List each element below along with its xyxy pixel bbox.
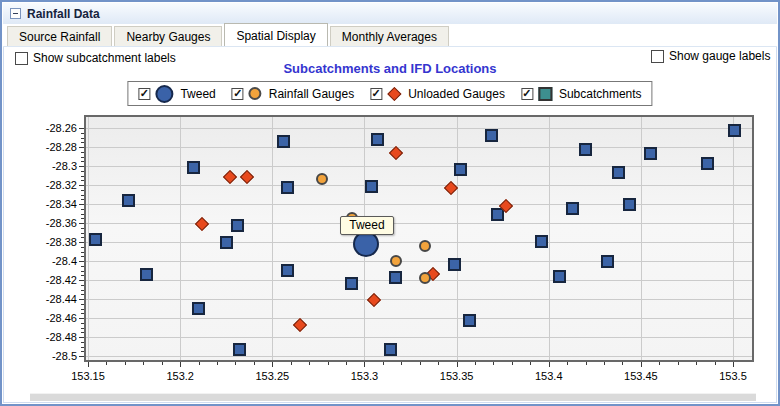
data-point-subcatchments[interactable]	[140, 268, 153, 281]
data-point-subcatchments[interactable]	[485, 129, 498, 142]
legend-checkbox-unloaded-gauges[interactable]: ✓	[370, 88, 382, 100]
tweed-tooltip: Tweed	[340, 216, 393, 235]
data-point-subcatchments[interactable]	[220, 236, 233, 249]
data-point-subcatchments[interactable]	[463, 314, 476, 327]
y-major-tick	[79, 318, 84, 319]
data-point-subcatchments[interactable]	[281, 181, 294, 194]
data-point-rainfall-gauges[interactable]	[316, 173, 328, 185]
legend-item-unloaded-gauges: ✓ Unloaded Gauges	[370, 87, 505, 101]
y-tick-label: -28.5	[17, 350, 77, 362]
y-minor-tick	[81, 313, 84, 314]
x-major-tick	[457, 362, 458, 367]
data-point-subcatchments[interactable]	[535, 235, 548, 248]
legend-item-subcatchments: ✓ Subcatchments	[521, 87, 642, 101]
rainfall-gauge-marker-icon	[249, 87, 262, 100]
legend-checkbox-rainfall-gauges[interactable]: ✓	[232, 88, 244, 100]
data-point-subcatchments[interactable]	[89, 233, 102, 246]
x-major-tick	[364, 362, 365, 367]
legend-checkbox-tweed[interactable]: ✓	[138, 88, 150, 100]
data-point-subcatchments[interactable]	[623, 198, 636, 211]
tab-monthly-averages[interactable]: Monthly Averages	[330, 26, 449, 46]
x-tick-label: 153.15	[58, 370, 118, 382]
y-tick-label: -28.38	[17, 236, 77, 248]
y-major-tick	[79, 337, 84, 338]
x-tick-label: 153.4	[519, 370, 579, 382]
data-point-subcatchments[interactable]	[233, 343, 246, 356]
data-point-subcatchments[interactable]	[187, 161, 200, 174]
data-point-subcatchments[interactable]	[566, 202, 579, 215]
y-major-tick	[79, 223, 84, 224]
data-point-subcatchments[interactable]	[601, 255, 614, 268]
x-major-tick	[733, 362, 734, 367]
data-point-subcatchments[interactable]	[644, 147, 657, 160]
x-minor-tick	[659, 362, 660, 365]
y-tick-label: -28.3	[17, 160, 77, 172]
data-point-subcatchments[interactable]	[345, 277, 358, 290]
tab-source-rainfall[interactable]: Source Rainfall	[7, 26, 112, 46]
data-point-rainfall-gauges[interactable]	[419, 240, 431, 252]
x-tick-label: 153.5	[703, 370, 763, 382]
x-minor-tick	[291, 362, 292, 365]
x-minor-tick	[678, 362, 679, 365]
x-minor-tick	[420, 362, 421, 365]
data-point-subcatchments[interactable]	[231, 219, 244, 232]
x-minor-tick	[401, 362, 402, 365]
data-point-unloaded-gauges[interactable]	[223, 170, 237, 184]
y-gridline	[86, 356, 752, 357]
data-point-subcatchments[interactable]	[701, 157, 714, 170]
tab-spatial-display[interactable]: Spatial Display	[224, 23, 327, 46]
y-minor-tick	[81, 237, 84, 238]
data-point-subcatchments[interactable]	[371, 133, 384, 146]
data-point-subcatchments[interactable]	[454, 163, 467, 176]
y-minor-tick	[81, 218, 84, 219]
x-major-tick	[88, 362, 89, 367]
collapse-icon[interactable]	[10, 8, 21, 19]
y-minor-tick	[81, 256, 84, 257]
y-major-tick	[79, 166, 84, 167]
y-minor-tick	[81, 138, 84, 139]
y-minor-tick	[81, 252, 84, 253]
y-tick-label: -28.36	[17, 217, 77, 229]
y-major-tick	[79, 356, 84, 357]
y-gridline	[86, 337, 752, 338]
x-minor-tick	[383, 362, 384, 365]
x-tick-label: 153.45	[611, 370, 671, 382]
x-gridline	[641, 117, 642, 360]
data-point-unloaded-gauges[interactable]	[293, 318, 307, 332]
tab-nearby-gauges[interactable]: Nearby Gauges	[114, 26, 222, 46]
data-point-subcatchments[interactable]	[277, 135, 290, 148]
legend-item-tweed: ✓ Tweed	[138, 85, 215, 103]
x-minor-tick	[217, 362, 218, 365]
data-point-subcatchments[interactable]	[491, 208, 504, 221]
y-minor-tick	[81, 332, 84, 333]
y-major-tick	[79, 147, 84, 148]
legend-checkbox-subcatchments[interactable]: ✓	[521, 88, 533, 100]
y-major-tick	[79, 280, 84, 281]
data-point-subcatchments[interactable]	[728, 124, 741, 137]
data-point-unloaded-gauges[interactable]	[239, 169, 253, 183]
data-point-subcatchments[interactable]	[448, 258, 461, 271]
data-point-subcatchments[interactable]	[192, 302, 205, 315]
data-point-subcatchments[interactable]	[122, 194, 135, 207]
y-major-tick	[79, 261, 84, 262]
y-major-tick	[79, 128, 84, 129]
data-point-subcatchments[interactable]	[365, 180, 378, 193]
legend-item-rainfall-gauges: ✓ Rainfall Gauges	[232, 87, 354, 101]
x-minor-tick	[162, 362, 163, 365]
data-point-subcatchments[interactable]	[384, 343, 397, 356]
horizontal-scrollbar[interactable]	[30, 393, 756, 401]
data-point-subcatchments[interactable]	[389, 271, 402, 284]
y-gridline	[86, 185, 752, 186]
data-point-subcatchments[interactable]	[281, 264, 294, 277]
x-minor-tick	[696, 362, 697, 365]
data-point-subcatchments[interactable]	[612, 166, 625, 179]
data-point-unloaded-gauges[interactable]	[195, 217, 209, 231]
data-point-rainfall-gauges[interactable]	[419, 272, 431, 284]
y-gridline	[86, 261, 752, 262]
y-minor-tick	[81, 171, 84, 172]
data-point-unloaded-gauges[interactable]	[367, 293, 381, 307]
y-tick-label: -28.46	[17, 312, 77, 324]
data-point-subcatchments[interactable]	[579, 143, 592, 156]
data-point-subcatchments[interactable]	[553, 270, 566, 283]
data-point-rainfall-gauges[interactable]	[390, 255, 402, 267]
